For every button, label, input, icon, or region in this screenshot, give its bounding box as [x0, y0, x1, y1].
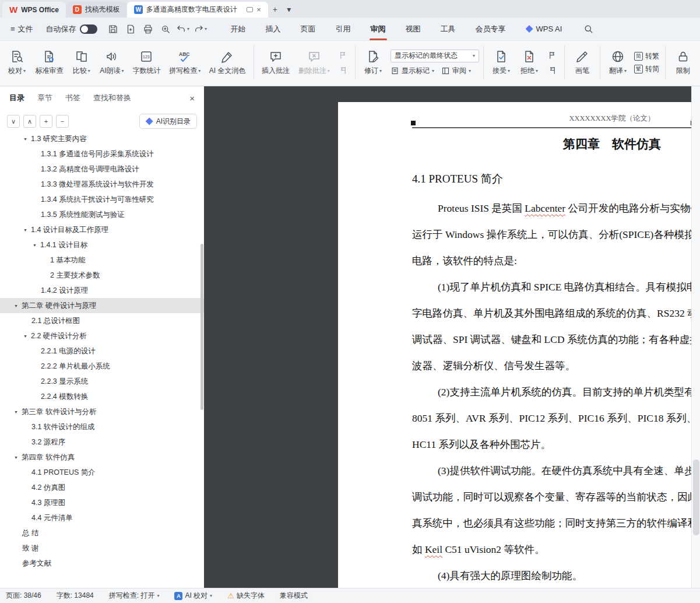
sidebar-close-icon[interactable]: × [189, 93, 195, 103]
toc-item[interactable]: ▼第四章 软件仿真 [0, 450, 204, 465]
toc-item[interactable]: 1.3.5 系统性能测试与验证 [0, 207, 204, 222]
tab-insert[interactable]: 插入 [256, 17, 291, 40]
tab-docer-template[interactable]: D 找稿壳模板 [66, 2, 127, 17]
collapse-caret-icon[interactable]: ▼ [14, 410, 22, 414]
ai-recognize-toc-button[interactable]: AI识别目录 [139, 114, 197, 129]
ai-read-button[interactable]: AI朗读▾ [96, 48, 128, 78]
sidebar-scrollbar[interactable] [200, 244, 203, 410]
document-page[interactable]: XXXXXXXX学院（论文） 第四章 软件仿真 4.1 PROTEUS 简介 P… [338, 102, 700, 588]
next-change-button[interactable] [546, 65, 558, 75]
expand-button[interactable]: ∨ [7, 115, 20, 128]
delete-comment-button[interactable]: 删除批注▾ [294, 48, 333, 78]
save-button[interactable] [105, 22, 121, 37]
scrollbar-thumb[interactable] [693, 460, 699, 535]
prev-change-button[interactable] [546, 50, 558, 60]
zoom-out-button[interactable]: − [56, 115, 69, 128]
toc-item[interactable]: 4.3 原理图 [0, 495, 204, 510]
proofread-button[interactable]: 校对▾ [3, 48, 30, 78]
tab-references[interactable]: 引用 [326, 17, 361, 40]
toc-item[interactable]: 1.3.1 多通道信号同步采集系统设计 [0, 146, 204, 162]
collapse-caret-icon[interactable]: ▼ [23, 137, 31, 141]
tab-current-document[interactable]: W 多通道高精度数字电压表设计 × [127, 2, 268, 17]
sidebar-tab-bookmarks[interactable]: 书签 [65, 93, 80, 103]
toc-item[interactable]: 4.2 仿真图 [0, 480, 204, 495]
toc-item[interactable]: 1.3.4 系统抗干扰设计与可靠性研究 [0, 192, 204, 207]
toc-item[interactable]: 2.2.2 单片机最小系统 [0, 359, 204, 374]
markup-state-select[interactable]: 显示标记的最终状态 ▾ [391, 50, 479, 62]
tab-home[interactable]: 开始 [221, 17, 256, 40]
collapse-button[interactable]: ∧ [23, 115, 36, 128]
vertical-scrollbar[interactable] [691, 86, 700, 588]
search-button[interactable] [580, 21, 596, 37]
show-markup-button[interactable]: 显示标记▾ [391, 66, 434, 76]
sidebar-tab-chapters[interactable]: 章节 [37, 93, 52, 103]
toc-item[interactable]: 1.3.2 高精度信号调理电路设计 [0, 162, 204, 177]
word-count-indicator[interactable]: 字数: 13484 [57, 591, 94, 601]
wps-home-tab[interactable]: W WPS Office [2, 2, 66, 17]
toc-item[interactable]: ▼1.4 设计目标及工作原理 [0, 222, 204, 237]
toc-item[interactable]: ▼1.3 研究主要内容 [0, 133, 204, 146]
toc-item[interactable]: 2 主要技术参数 [0, 268, 204, 283]
collapse-caret-icon[interactable]: ▼ [23, 334, 31, 338]
word-count-button[interactable]: 123 字数统计 [129, 48, 164, 78]
accept-button[interactable]: 接受▾ [488, 48, 515, 78]
tab-close-icon[interactable]: × [256, 5, 261, 14]
zoom-in-button[interactable]: + [40, 115, 52, 128]
tab-page[interactable]: 页面 [291, 17, 326, 40]
simplified-to-traditional-button[interactable]: 简 转繁 [634, 51, 659, 61]
redo-button[interactable]: ▾ [193, 22, 208, 37]
toc-item[interactable]: 2.2.4 模数转换 [0, 389, 204, 404]
standard-review-button[interactable]: 标准审查 [31, 48, 67, 78]
tab-tools[interactable]: 工具 [431, 17, 466, 40]
toc-item[interactable]: 1.3.3 微处理器系统设计与软件开发 [0, 177, 204, 192]
tab-comment-icon[interactable] [247, 7, 253, 12]
sidebar-tab-contents[interactable]: 目录 [9, 93, 24, 103]
file-menu-button[interactable]: ≡ 文件 [6, 17, 38, 40]
toc-item[interactable]: ▼2.2 硬件设计分析 [0, 328, 204, 343]
ai-proofread-status[interactable]: AAI 校对▾ [174, 591, 212, 601]
reject-button[interactable]: 拒绝▾ [516, 48, 543, 78]
toc-item[interactable]: ▼第三章 软件设计与分析 [0, 404, 204, 419]
translate-button[interactable]: 翻译▾ [604, 48, 631, 78]
undo-button[interactable]: ▾ [175, 22, 191, 37]
spellcheck-status[interactable]: 拼写检查: 打开▾ [109, 591, 160, 601]
toc-item[interactable]: 4.4 元件清单 [0, 510, 204, 525]
collapse-caret-icon[interactable]: ▼ [14, 304, 22, 308]
toc-item[interactable]: ▼1.4.1 设计目标 [0, 237, 204, 253]
compare-button[interactable]: 比较▾ [68, 48, 95, 78]
insert-comment-button[interactable]: 插入批注 [258, 48, 294, 78]
next-comment-button[interactable] [336, 65, 349, 75]
new-tab-button[interactable]: + [268, 2, 282, 16]
toc-item[interactable]: 3.2 源程序 [0, 434, 204, 450]
ai-polish-button[interactable]: AI 全文润色 [206, 48, 249, 78]
restrict-edit-button[interactable]: 限制 [670, 48, 697, 78]
toc-item[interactable]: 3.1 软件设计的组成 [0, 419, 204, 434]
print-preview-button[interactable] [158, 22, 173, 37]
toc-item[interactable]: 2.2.1 电源的设计 [0, 343, 204, 359]
tab-view[interactable]: 视图 [396, 17, 431, 40]
missing-font-warning[interactable]: ⚠缺失字体 [227, 591, 265, 601]
toc-item[interactable]: 2.2.3 显示系统 [0, 374, 204, 389]
tab-review[interactable]: 审阅 [361, 17, 396, 40]
toc-item[interactable]: 参考文献 [0, 556, 204, 571]
toc-item[interactable]: 1 基本功能 [0, 253, 204, 268]
output-button[interactable] [123, 22, 138, 37]
tab-wps-ai[interactable]: WPS AI [516, 17, 572, 40]
track-changes-button[interactable]: 修订▾ [360, 48, 386, 78]
review-pane-button[interactable]: 审阅▾ [441, 66, 471, 76]
toc-item-selected[interactable]: ▼第二章 硬件设计与原理 [0, 298, 204, 313]
ink-pen-button[interactable]: 画笔 [569, 48, 596, 78]
traditional-to-simplified-button[interactable]: 繁 转简 [634, 64, 659, 74]
tab-membership[interactable]: 会员专享 [466, 17, 516, 40]
page-indicator[interactable]: 页面: 38/46 [6, 591, 41, 601]
autosave-toggle[interactable] [80, 24, 97, 34]
toc-item[interactable]: 4.1 PROTEUS 简介 [0, 465, 204, 480]
print-button[interactable] [140, 22, 156, 37]
toc-item[interactable]: 总 结 [0, 525, 204, 541]
toc-item[interactable]: 2.1 总设计框图 [0, 313, 204, 328]
sidebar-tab-find-replace[interactable]: 查找和替换 [93, 93, 131, 103]
toc-item[interactable]: 致 谢 [0, 541, 204, 556]
prev-comment-button[interactable] [336, 50, 349, 60]
spell-check-button[interactable]: ABC 拼写检查▾ [166, 48, 205, 78]
tab-list-dropdown[interactable]: ▾ [282, 2, 296, 16]
